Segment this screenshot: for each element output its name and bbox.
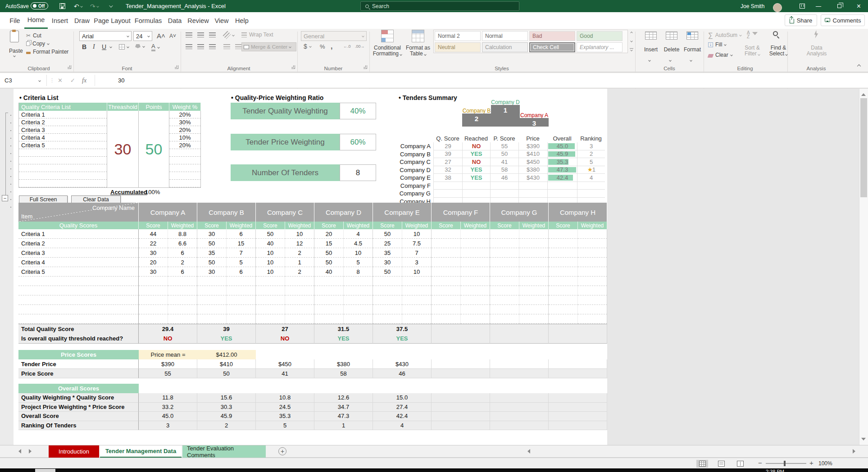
share-button[interactable]: Share xyxy=(785,14,817,26)
ribbon-tab-draw[interactable]: Draw xyxy=(72,12,92,29)
zoom-slider[interactable] xyxy=(766,463,806,464)
weighting-value-number-of-tenders[interactable]: 8 xyxy=(340,164,376,181)
full-screen-button[interactable]: Full Screen xyxy=(19,195,68,203)
fill-button[interactable]: Fill xyxy=(708,41,726,48)
format-cells-icon[interactable] xyxy=(686,32,698,40)
vertical-scrollbar[interactable] xyxy=(859,89,868,445)
gallery-scroll[interactable] xyxy=(629,31,634,52)
name-box-dropdown-icon[interactable] xyxy=(39,73,41,88)
decrease-decimal-icon[interactable]: .00→ xyxy=(355,44,365,49)
style-calculation[interactable]: Calculation xyxy=(482,42,528,52)
name-box[interactable]: C3 xyxy=(5,73,12,88)
paste-icon[interactable] xyxy=(10,31,19,42)
conditional-formatting-icon[interactable] xyxy=(381,30,394,42)
fill-color-icon[interactable] xyxy=(135,44,145,48)
currency-format-icon[interactable]: $ xyxy=(304,43,311,50)
font-size-select[interactable]: 24 xyxy=(133,31,152,41)
underline-dropdown-icon[interactable] xyxy=(110,46,112,48)
italic-button[interactable]: I xyxy=(93,43,95,50)
quick-access-more-icon[interactable] xyxy=(109,0,112,12)
formula-input[interactable]: 30 xyxy=(118,73,124,88)
borders-icon[interactable] xyxy=(119,44,129,50)
redo-icon[interactable]: ↷ xyxy=(90,0,99,12)
ribbon-tab-view[interactable]: View xyxy=(212,12,232,29)
font-color-icon[interactable]: A xyxy=(151,43,159,51)
underline-button[interactable]: U xyxy=(102,43,106,50)
zoom-slider-thumb[interactable] xyxy=(784,461,786,466)
style-explanatory[interactable]: Explanatory ... xyxy=(577,42,623,52)
font-dialog-launcher-icon[interactable] xyxy=(175,65,178,69)
format-as-table-button[interactable]: Format as xyxy=(406,45,430,51)
normal-view-icon[interactable] xyxy=(696,460,708,467)
insert-function-icon[interactable]: fx xyxy=(82,73,86,88)
wrap-text-button[interactable]: Wrap Text xyxy=(241,32,273,38)
sheet-nav-right-icon[interactable] xyxy=(29,449,34,454)
ribbon-tab-page-layout[interactable]: Page Layout xyxy=(93,12,132,29)
number-format-select[interactable]: General xyxy=(301,31,367,41)
new-sheet-button[interactable]: + xyxy=(278,447,286,455)
decrease-font-icon[interactable]: A˅ xyxy=(169,33,176,39)
weighting-value-tender-price-weighting[interactable]: 60% xyxy=(340,134,376,150)
ribbon-tab-file[interactable]: File xyxy=(6,12,23,29)
autosave-toggle[interactable]: Off xyxy=(31,2,48,9)
percent-format-icon[interactable]: % xyxy=(320,43,325,50)
find-select-icon[interactable] xyxy=(773,31,778,36)
format-as-table-icon[interactable] xyxy=(412,30,424,42)
avatar[interactable] xyxy=(773,1,782,14)
sheet-tab-tender-management-data[interactable]: Tender Management Data xyxy=(100,445,182,458)
enter-icon[interactable]: ✓ xyxy=(70,73,75,88)
comments-button[interactable]: Comments xyxy=(821,14,865,26)
sort-filter-icon[interactable]: AZ xyxy=(747,31,758,39)
delete-dropdown-icon[interactable] xyxy=(669,59,671,61)
zoom-in-button[interactable]: + xyxy=(809,459,813,467)
close-button[interactable]: × xyxy=(850,0,868,12)
align-bottom-icon[interactable] xyxy=(209,32,216,37)
increase-indent-icon[interactable] xyxy=(235,44,242,49)
ribbon-tab-review[interactable]: Review xyxy=(186,12,211,29)
cut-button[interactable]: ✂Cut xyxy=(26,32,41,39)
data-analysis-button[interactable]: Data xyxy=(811,45,822,51)
decrease-indent-icon[interactable] xyxy=(223,44,230,49)
ribbon-tab-home[interactable]: Home xyxy=(24,12,48,29)
scroll-down-icon[interactable] xyxy=(861,438,866,443)
align-left-icon[interactable] xyxy=(186,44,192,49)
sort-filter-button[interactable]: Sort & xyxy=(745,45,759,51)
align-middle-icon[interactable] xyxy=(197,32,204,37)
increase-font-icon[interactable]: A˄ xyxy=(157,32,165,40)
data-analysis-icon[interactable] xyxy=(813,30,819,38)
insert-dropdown-icon[interactable] xyxy=(649,59,650,61)
undo-icon[interactable]: ↶ xyxy=(74,0,82,12)
ribbon-tab-data[interactable]: Data xyxy=(165,12,185,29)
paste-dropdown-icon[interactable] xyxy=(14,55,15,57)
cancel-icon[interactable]: ✕ xyxy=(58,73,63,88)
ribbon-tab-insert[interactable]: Insert xyxy=(49,12,71,29)
alignment-dialog-launcher-icon[interactable] xyxy=(291,65,295,69)
align-right-icon[interactable] xyxy=(209,44,216,49)
number-dialog-launcher-icon[interactable] xyxy=(364,65,367,69)
hscroll-left-icon[interactable] xyxy=(525,449,530,454)
clear-data-button[interactable]: Clear Data xyxy=(71,195,121,203)
merge-center-button[interactable]: Merge & Center xyxy=(241,42,296,51)
style-normal[interactable]: Normal xyxy=(482,31,528,41)
ribbon-tab-help[interactable]: Help xyxy=(232,12,251,29)
style-neutral[interactable]: Neutral xyxy=(435,42,481,52)
delete-cells-icon[interactable] xyxy=(666,32,677,40)
style-check-cell[interactable]: Check Cell xyxy=(529,42,575,52)
sheet-tab-introduction[interactable]: Introduction xyxy=(49,445,99,458)
style-normal-2[interactable]: Normal 2 xyxy=(435,31,481,41)
search-box[interactable]: Search xyxy=(360,1,519,11)
style-good[interactable]: Good xyxy=(577,31,623,41)
sheet-nav-left-icon[interactable] xyxy=(16,449,21,454)
collapse-ribbon-icon[interactable] xyxy=(858,65,860,68)
page-break-view-icon[interactable] xyxy=(734,460,746,467)
scroll-up-icon[interactable] xyxy=(861,91,866,96)
save-icon[interactable] xyxy=(59,0,65,12)
insert-cells-icon[interactable] xyxy=(645,32,657,40)
clipboard-dialog-launcher-icon[interactable] xyxy=(68,65,71,69)
format-painter-button[interactable]: Format Painter xyxy=(26,49,68,55)
weighting-value-tender-quality-weighting[interactable]: 40% xyxy=(340,103,376,119)
bold-button[interactable]: B xyxy=(82,43,86,50)
maximize-button[interactable] xyxy=(829,0,850,12)
hscroll-right-icon[interactable] xyxy=(853,449,858,454)
clear-button[interactable]: Clear xyxy=(708,52,732,58)
